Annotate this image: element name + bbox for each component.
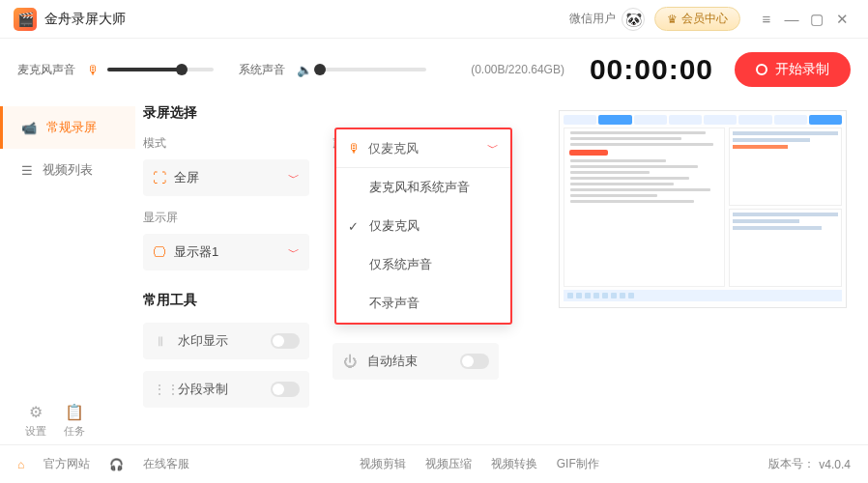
source-option[interactable]: 仅麦克风	[336, 207, 510, 245]
display-select[interactable]: 🖵 显示器1 ﹀	[143, 234, 309, 270]
footer-links: 视频剪辑 视频压缩 视频转换 GIF制作	[360, 456, 599, 472]
section-title: 录屏选择	[143, 104, 543, 122]
app-icon: 🎬	[14, 8, 37, 31]
sidebar: 📹 常规录屏 ☰ 视频列表 ⚙ 设置 📋 任务	[0, 100, 135, 444]
source-option[interactable]: 麦克风和系统声音	[336, 168, 510, 207]
sidebar-item-list[interactable]: ☰ 视频列表	[0, 149, 135, 191]
autoend-label: 自动结束	[367, 353, 418, 370]
mode-label: 模式	[143, 135, 309, 152]
autoend-toggle[interactable]	[460, 354, 489, 369]
home-icon: ⌂	[17, 458, 24, 471]
headset-icon: 🎧	[109, 458, 124, 471]
list-icon: ☰	[21, 163, 33, 178]
minimize-icon[interactable]: —	[779, 7, 804, 32]
menu-icon[interactable]: ≡	[754, 7, 779, 32]
footer-link[interactable]: 视频转换	[491, 456, 537, 472]
mic-slider[interactable]	[107, 68, 214, 71]
footer-link[interactable]: 视频剪辑	[360, 456, 406, 472]
avatar[interactable]: 🐼	[622, 8, 645, 31]
preview-pane	[559, 100, 868, 444]
mic-icon[interactable]: 🎙	[87, 63, 100, 77]
settings-label: 设置	[25, 424, 46, 439]
source-current-value: 仅麦克风	[368, 140, 419, 157]
tools-title: 常用工具	[143, 292, 309, 309]
settings-button[interactable]: ⚙ 设置	[25, 403, 46, 439]
watermark-label: 水印显示	[178, 332, 228, 350]
clipboard-icon: 📋	[65, 403, 84, 421]
footer-site[interactable]: 官方网站	[43, 456, 90, 472]
record-button[interactable]: 开始录制	[735, 52, 851, 87]
timer: 00:00:00	[590, 53, 713, 86]
preview-thumbnail	[559, 110, 847, 308]
mode-value: 全屏	[174, 169, 199, 186]
maximize-icon[interactable]: ▢	[804, 7, 829, 32]
crown-icon: ♛	[667, 13, 678, 26]
version-label: 版本号：	[768, 456, 815, 472]
mic-icon: 🎙	[348, 141, 361, 156]
gear-icon: ⚙	[29, 403, 43, 421]
segment-icon: ⋮⋮	[153, 382, 168, 397]
watermark-row[interactable]: ⫴ 水印显示	[143, 323, 309, 359]
power-icon: ⏻	[342, 354, 358, 369]
source-dropdown[interactable]: 🎙 仅麦克风 ﹀ 麦克风和系统声音 仅麦克风 仅系统声音 不录声音	[334, 128, 512, 325]
tasks-button[interactable]: 📋 任务	[64, 403, 85, 439]
vip-label: 会员中心	[681, 11, 728, 27]
main: 📹 常规录屏 ☰ 视频列表 ⚙ 设置 📋 任务 录屏选择 模式 ⛶	[0, 100, 868, 444]
display-value: 显示器1	[174, 243, 218, 261]
footer-link[interactable]: GIF制作	[557, 456, 599, 472]
segment-label: 分段录制	[178, 381, 228, 398]
storage-text: (0.00B/220.64GB)	[471, 63, 564, 76]
display-label: 显示屏	[143, 210, 309, 226]
footer: ⌂ 官方网站 🎧 在线客服 视频剪辑 视频压缩 视频转换 GIF制作 版本号： …	[0, 444, 868, 483]
titlebar: 🎬 金舟录屏大师 微信用户 🐼 ♛ 会员中心 ≡ — ▢ ✕	[0, 0, 868, 39]
vip-button[interactable]: ♛ 会员中心	[654, 7, 740, 31]
watermark-icon: ⫴	[153, 333, 168, 350]
sidebar-item-label: 常规录屏	[46, 119, 97, 136]
top-controls: 麦克风声音 🎙 系统声音 🔈 (0.00B/220.64GB) 00:00:00…	[0, 39, 868, 100]
close-icon[interactable]: ✕	[829, 7, 854, 32]
app-title: 金舟录屏大师	[44, 11, 126, 28]
autoend-row[interactable]: ⏻ 自动结束	[333, 343, 499, 380]
content: 录屏选择 模式 ⛶ 全屏 ﹀ 显示屏 🖵 显示器1 ﹀ 常用工具 ⫴ 水印显	[135, 100, 559, 444]
footer-link[interactable]: 视频压缩	[425, 456, 472, 472]
crop-icon: ⛶	[153, 170, 166, 185]
segment-row[interactable]: ⋮⋮ 分段录制	[143, 371, 309, 408]
camera-icon: 📹	[21, 121, 37, 135]
chevron-down-icon: ﹀	[487, 140, 499, 156]
user-label: 微信用户	[569, 11, 616, 27]
sys-label: 系统声音	[239, 62, 285, 78]
tasks-label: 任务	[64, 424, 85, 439]
source-dropdown-current[interactable]: 🎙 仅麦克风 ﹀	[336, 129, 510, 168]
chevron-down-icon: ﹀	[288, 244, 300, 261]
record-dot-icon	[756, 64, 767, 75]
chevron-down-icon: ﹀	[288, 170, 300, 186]
monitor-icon: 🖵	[153, 244, 166, 260]
source-option[interactable]: 不录声音	[336, 284, 510, 323]
source-option[interactable]: 仅系统声音	[336, 245, 510, 284]
sidebar-item-label: 视频列表	[43, 161, 93, 179]
segment-toggle[interactable]	[271, 382, 300, 397]
footer-support[interactable]: 在线客服	[143, 456, 189, 472]
version-value: v4.0.4	[819, 458, 851, 471]
watermark-toggle[interactable]	[271, 333, 300, 349]
sidebar-item-record[interactable]: 📹 常规录屏	[0, 106, 135, 149]
speaker-icon[interactable]: 🔈	[297, 63, 312, 77]
record-label: 开始录制	[775, 61, 829, 78]
sys-slider[interactable]	[320, 68, 426, 71]
mode-select[interactable]: ⛶ 全屏 ﹀	[143, 159, 309, 196]
mic-label: 麦克风声音	[17, 62, 75, 78]
